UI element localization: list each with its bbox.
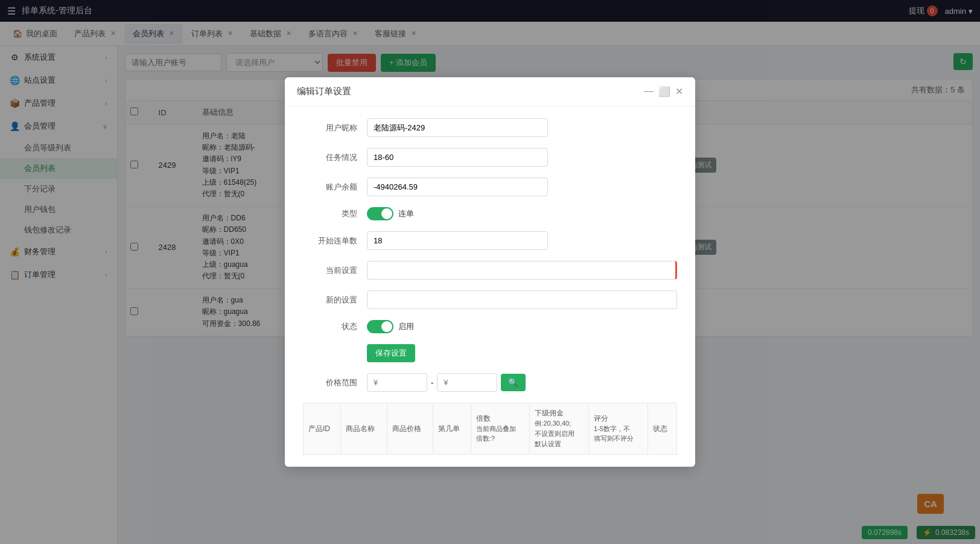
modal-header-buttons: — ⬜ ✕ xyxy=(644,86,683,97)
user-nickname-label: 用户昵称 xyxy=(303,123,357,133)
price-min-input[interactable] xyxy=(367,373,427,392)
type-toggle[interactable] xyxy=(367,207,393,220)
form-row-new-setting: 新的设置 xyxy=(303,290,677,309)
product-table: 产品ID 商品名称 商品价格 第几单 倍数当前商品叠加倍数:? 下级佣金例:20… xyxy=(303,403,677,454)
form-row-user-nickname: 用户昵称 xyxy=(303,118,677,137)
form-row-save: 保存设置 xyxy=(303,344,677,362)
account-balance-label: 账户余额 xyxy=(303,182,357,193)
account-balance-input[interactable] xyxy=(367,178,548,196)
new-setting-input[interactable] xyxy=(367,290,677,309)
product-col-order-num: 第几单 xyxy=(433,403,471,454)
start-serial-input[interactable] xyxy=(367,231,548,250)
modal-maximize-btn[interactable]: ⬜ xyxy=(658,86,670,97)
product-col-name: 商品名称 xyxy=(341,403,387,454)
type-toggle-wrapper: 连单 xyxy=(367,207,414,220)
save-settings-button[interactable]: 保存设置 xyxy=(367,344,415,362)
status-toggle-slider xyxy=(367,320,393,333)
product-col-rating: 评分1-5数字，不填写则不评分 xyxy=(589,403,648,454)
form-row-task-status: 任务情况 xyxy=(303,148,677,167)
product-col-multiplier: 倍数当前商品叠加倍数:? xyxy=(471,403,530,454)
current-setting-label: 当前设置 xyxy=(303,265,357,276)
product-col-commission: 下级佣金例:20,30,40;不设置则启用默认设置 xyxy=(530,403,589,454)
modal-body: 用户昵称 任务情况 账户余额 类型 xyxy=(285,106,695,466)
status-label: 状态 xyxy=(303,321,357,332)
product-col-id: 产品ID xyxy=(304,403,341,454)
start-serial-label: 开始连单数 xyxy=(303,235,357,246)
price-max-input[interactable] xyxy=(437,373,497,392)
form-row-type: 类型 连单 xyxy=(303,207,677,220)
current-setting-input[interactable] xyxy=(367,261,677,280)
status-toggle[interactable] xyxy=(367,320,393,333)
price-range-label: 价格范围 xyxy=(303,377,357,388)
type-toggle-slider xyxy=(367,207,393,220)
status-toggle-wrapper: 启用 xyxy=(367,320,414,333)
price-range-separator: - xyxy=(431,378,433,387)
modal-close-btn[interactable]: ✕ xyxy=(675,86,683,97)
price-search-button[interactable]: 🔍 xyxy=(501,374,526,391)
product-col-price: 商品价格 xyxy=(387,403,433,454)
modal-header: 编辑订单设置 — ⬜ ✕ xyxy=(285,77,695,106)
price-range-inputs: - 🔍 xyxy=(367,373,526,392)
form-row-start-serial: 开始连单数 xyxy=(303,231,677,250)
status-toggle-label: 启用 xyxy=(398,321,414,332)
new-setting-label: 新的设置 xyxy=(303,295,357,306)
modal-edit-order: 编辑订单设置 — ⬜ ✕ 用户昵称 任务情况 账户余额 xyxy=(285,77,695,466)
form-row-current-setting: 当前设置 xyxy=(303,261,677,280)
modal-minimize-btn[interactable]: — xyxy=(644,86,654,97)
user-nickname-input[interactable] xyxy=(367,118,548,137)
type-toggle-label: 连单 xyxy=(398,208,414,219)
task-status-label: 任务情况 xyxy=(303,152,357,163)
form-row-status: 状态 启用 xyxy=(303,320,677,333)
type-label: 类型 xyxy=(303,208,357,219)
form-row-price-range: 价格范围 - 🔍 xyxy=(303,373,677,392)
modal-overlay[interactable]: 编辑订单设置 — ⬜ ✕ 用户昵称 任务情况 账户余额 xyxy=(0,0,980,544)
modal-title: 编辑订单设置 xyxy=(297,86,351,97)
product-col-status: 状态 xyxy=(648,403,676,454)
form-row-balance: 账户余额 xyxy=(303,178,677,196)
task-status-input[interactable] xyxy=(367,148,548,167)
